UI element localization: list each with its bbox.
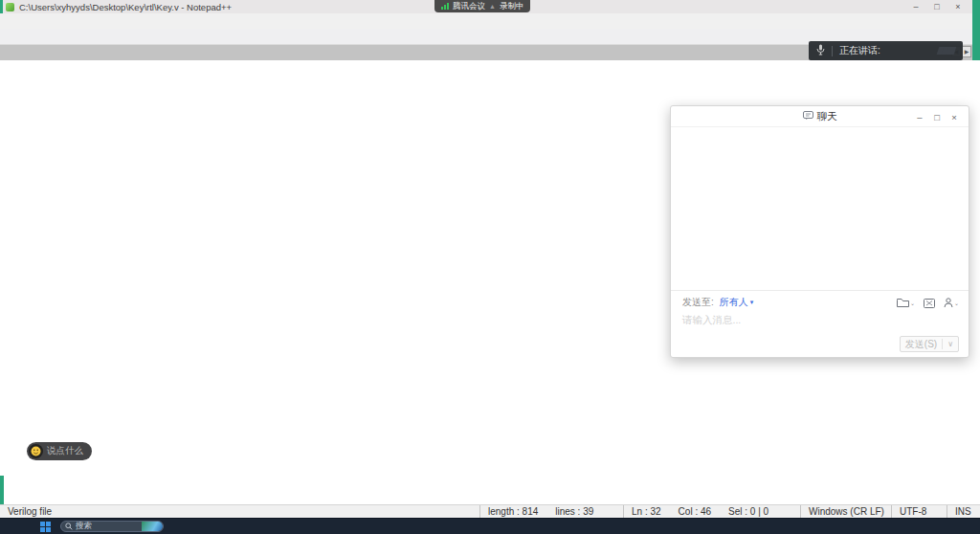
tab-scroll-right-icon[interactable]: ▶ xyxy=(962,46,971,57)
desktop-sliver-left-bottom xyxy=(0,476,4,504)
desktop-sliver-left-top xyxy=(0,0,3,13)
start-button[interactable] xyxy=(40,522,51,532)
send-to-caret-icon: ▾ xyxy=(750,299,754,306)
send-to-selector[interactable]: 所有人 xyxy=(720,296,748,309)
recording-status: 录制中 xyxy=(500,1,524,12)
chat-minimize-button[interactable]: – xyxy=(911,112,928,122)
meeting-app-name: 腾讯会议 xyxy=(453,1,485,12)
status-eol-format: Windows (CR LF) xyxy=(801,505,892,518)
speaking-overlay: 正在讲话: xyxy=(809,41,963,60)
status-cursor-position: Ln : 32 Col : 46 Sel : 0 | 0 xyxy=(624,505,801,518)
status-column: Col : 46 xyxy=(679,506,711,517)
chat-footer: 发送至: 所有人 ▾ ⌄ ⌄ 请输入消息... 发送(S) ∨ xyxy=(671,290,969,357)
quick-chat-bubble[interactable]: 说点什么 xyxy=(27,442,92,460)
close-button[interactable]: × xyxy=(947,2,969,11)
desktop-sliver-right xyxy=(972,0,980,60)
window-title: C:\Users\xyhyyds\Desktop\Key\rtl\Key.v -… xyxy=(19,2,232,12)
overlay-divider xyxy=(832,46,833,56)
search-highlight-image[interactable] xyxy=(142,521,163,532)
window-controls: – □ × xyxy=(905,2,969,11)
send-file-icon[interactable]: ⌄ xyxy=(897,298,915,308)
maximize-button[interactable]: □ xyxy=(926,2,947,11)
send-to-label: 发送至: xyxy=(682,296,714,309)
chat-window-controls: – □ × xyxy=(911,106,963,127)
speaking-label: 正在讲话: xyxy=(839,44,880,57)
status-length-lines: length : 814 lines : 39 xyxy=(480,505,624,518)
chat-header: 聊天 – □ × xyxy=(671,106,969,127)
mic-icon xyxy=(816,44,825,58)
send-button-divider xyxy=(942,339,943,349)
meeting-status-pill[interactable]: 腾讯会议 ▲ 录制中 xyxy=(434,0,530,12)
status-insert-mode: INS xyxy=(947,505,980,518)
send-options-caret-icon[interactable]: ∨ xyxy=(947,340,953,348)
status-line: Ln : 32 xyxy=(632,506,661,517)
chat-window: 聊天 – □ × 发送至: 所有人 ▾ ⌄ ⌄ 请输入消息... 发送(S) ∨ xyxy=(670,105,969,358)
status-selection: Sel : 0 | 0 xyxy=(728,506,768,517)
status-bar: Verilog file length : 814 lines : 39 Ln … xyxy=(0,504,980,518)
smiley-icon xyxy=(29,444,43,458)
chat-bubble-icon xyxy=(803,110,813,123)
status-length: length : 814 xyxy=(488,506,538,517)
screen: { "window": { "title": "C:\\Users\\xyhyy… xyxy=(0,0,980,534)
send-button-label: 发送(S) xyxy=(905,338,937,351)
audio-meter-icon xyxy=(441,3,449,10)
status-doc-type: Verilog file xyxy=(0,505,480,518)
minimize-button[interactable]: – xyxy=(905,2,926,11)
chat-input[interactable]: 请输入消息... xyxy=(682,314,959,327)
mention-member-icon[interactable]: ⌄ xyxy=(944,298,959,308)
recording-triangle-icon: ▲ xyxy=(489,3,496,10)
chat-maximize-button[interactable]: □ xyxy=(928,112,946,122)
chat-message-list[interactable] xyxy=(671,127,969,290)
chat-title: 聊天 xyxy=(817,110,837,123)
screenshot-icon[interactable] xyxy=(924,298,935,308)
quick-chat-placeholder: 说点什么 xyxy=(47,445,83,457)
menu-bar xyxy=(0,13,980,29)
taskbar: 搜索 xyxy=(0,518,980,534)
notepadpp-logo-icon xyxy=(6,3,14,11)
chat-close-button[interactable]: × xyxy=(946,112,963,122)
search-icon xyxy=(65,523,73,530)
status-lines: lines : 39 xyxy=(555,506,593,517)
taskbar-search[interactable]: 搜索 xyxy=(60,521,164,532)
send-button[interactable]: 发送(S) ∨ xyxy=(900,336,959,352)
status-encoding: UTF-8 xyxy=(892,505,947,518)
search-placeholder: 搜索 xyxy=(76,521,142,532)
meeting-watermark-icon xyxy=(941,47,955,55)
